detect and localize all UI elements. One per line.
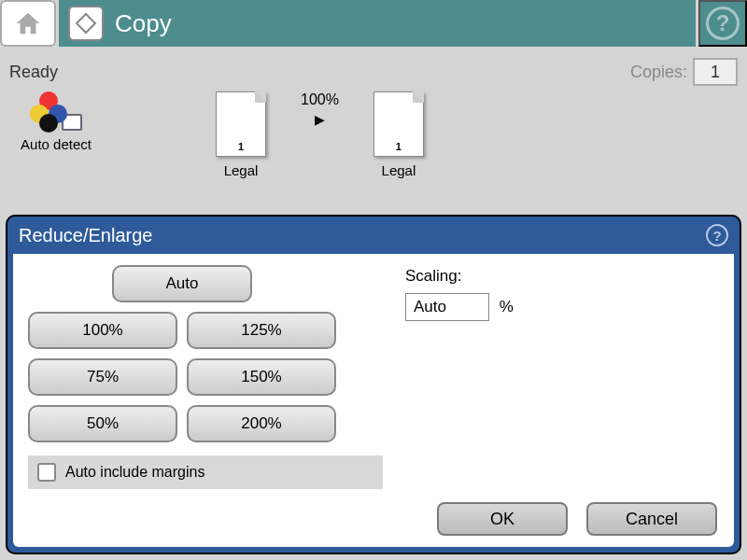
preset-75-button[interactable]: 75% bbox=[28, 358, 177, 396]
preset-auto-button[interactable]: Auto bbox=[112, 265, 252, 302]
status-text: Ready bbox=[9, 63, 630, 82]
copies-label: Copies: bbox=[630, 63, 687, 82]
cancel-button[interactable]: Cancel bbox=[586, 502, 717, 536]
scale-indicator: 100% ▶ bbox=[301, 91, 339, 127]
start-copy-button[interactable] bbox=[68, 6, 104, 41]
help-icon: ? bbox=[706, 7, 740, 40]
dialog-help-button[interactable]: ? bbox=[706, 224, 728, 246]
source-page-icon: 1 bbox=[216, 91, 266, 157]
preset-125-button[interactable]: 125% bbox=[187, 312, 336, 349]
copies-field[interactable]: 1 bbox=[693, 58, 738, 86]
ok-button[interactable]: OK bbox=[437, 502, 568, 536]
source-page-block[interactable]: 1 Legal bbox=[204, 91, 278, 178]
dest-page-block[interactable]: 1 Legal bbox=[361, 91, 436, 178]
color-mode-label: Auto detect bbox=[9, 136, 103, 152]
screen-header: Copy bbox=[59, 0, 696, 47]
dest-page-icon: 1 bbox=[374, 91, 424, 157]
home-icon bbox=[14, 10, 42, 36]
preset-200-button[interactable]: 200% bbox=[187, 405, 336, 442]
home-button[interactable] bbox=[0, 0, 56, 47]
arrow-right-icon: ▶ bbox=[301, 112, 339, 127]
preset-100-button[interactable]: 100% bbox=[28, 312, 177, 349]
preset-150-button[interactable]: 150% bbox=[187, 358, 336, 396]
color-wheel-icon bbox=[30, 91, 67, 129]
preset-50-button[interactable]: 50% bbox=[28, 405, 177, 442]
dest-paper-label: Legal bbox=[361, 162, 436, 178]
header-title: Copy bbox=[115, 9, 172, 38]
scale-percent: 100% bbox=[301, 91, 339, 108]
auto-margins-checkbox[interactable] bbox=[37, 463, 56, 482]
scaling-unit: % bbox=[500, 298, 514, 315]
source-paper-label: Legal bbox=[204, 162, 278, 178]
help-button[interactable]: ? bbox=[698, 0, 747, 47]
reduce-enlarge-dialog: Reduce/Enlarge ? Auto 100% 125% 75% 150%… bbox=[6, 215, 741, 554]
auto-margins-row[interactable]: Auto include margins bbox=[28, 455, 383, 489]
scaling-label: Scaling: bbox=[405, 267, 514, 286]
dialog-title: Reduce/Enlarge bbox=[19, 225, 152, 246]
color-mode-block[interactable]: Auto detect bbox=[9, 91, 103, 152]
auto-margins-label: Auto include margins bbox=[65, 464, 204, 481]
scaling-field[interactable]: Auto bbox=[405, 293, 489, 321]
start-icon bbox=[75, 12, 97, 35]
